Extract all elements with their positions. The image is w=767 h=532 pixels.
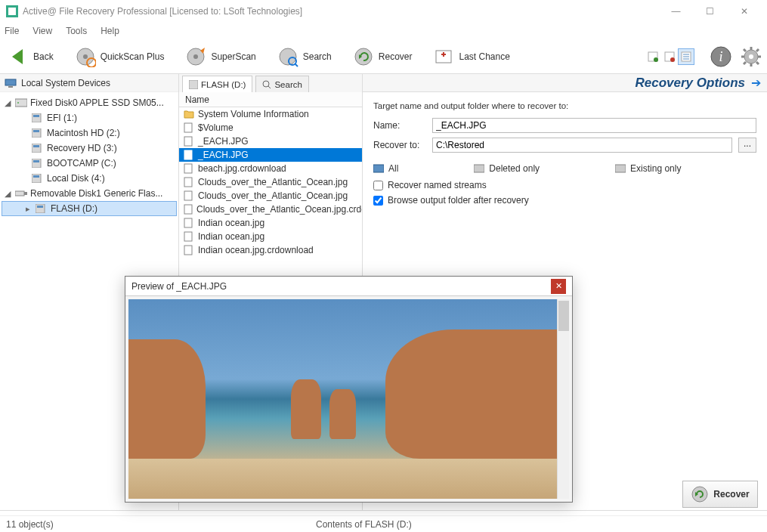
- svg-rect-37: [8, 86, 13, 88]
- disk-search-icon: [277, 46, 298, 67]
- named-streams-checkbox[interactable]: [373, 181, 383, 190]
- svg-line-32: [744, 49, 746, 51]
- file-row[interactable]: $Volume: [179, 121, 362, 135]
- svg-rect-53: [37, 206, 43, 208]
- maximize-button[interactable]: ☐: [693, 1, 727, 22]
- file-row[interactable]: Indian ocean.jpg: [179, 216, 362, 230]
- file-row[interactable]: beach.jpg.crdownload: [179, 162, 362, 175]
- file-row[interactable]: _EACH.JPG: [179, 148, 362, 162]
- volume-icon: [36, 204, 48, 213]
- menu-file[interactable]: File: [5, 26, 19, 36]
- tree-volume[interactable]: EFI (1:): [2, 110, 177, 125]
- name-label: Name:: [373, 120, 426, 131]
- svg-line-35: [756, 49, 759, 51]
- view-mode-3[interactable]: [678, 48, 694, 65]
- superscan-button[interactable]: SuperScan: [182, 43, 258, 70]
- file-name: _EACH.JPG: [198, 150, 249, 160]
- recovery-options-title: Recovery Options: [636, 76, 746, 91]
- menu-help[interactable]: Help: [101, 26, 119, 36]
- disk-recover-icon: [353, 46, 374, 67]
- menubar: File View Tools Help: [0, 23, 767, 39]
- svg-rect-44: [32, 144, 41, 153]
- svg-rect-15: [443, 52, 444, 57]
- search-button[interactable]: Search: [274, 43, 335, 70]
- info-icon[interactable]: i: [710, 45, 732, 68]
- tree-label: Removable Disk1 Generic Flas...: [30, 188, 162, 199]
- recoverto-input[interactable]: [432, 138, 732, 153]
- svg-rect-50: [15, 191, 24, 196]
- svg-rect-59: [184, 150, 192, 159]
- close-button[interactable]: ✕: [727, 1, 761, 22]
- file-row[interactable]: _EACH.JPG: [179, 135, 362, 148]
- file-icon: [184, 163, 194, 174]
- recover-action-button[interactable]: Recover: [682, 481, 758, 508]
- file-name: Clouds_over_the_Atlantic_Ocean.jpg.crdow…: [196, 204, 362, 215]
- lastchance-button[interactable]: Last Chance: [430, 43, 512, 70]
- tree-volume[interactable]: Local Disk (4:): [2, 171, 177, 186]
- hdd-icon: [15, 98, 27, 107]
- view-mode-2[interactable]: [661, 48, 678, 65]
- disk-superscan-icon: [185, 46, 206, 67]
- tree-label: Fixed Disk0 APPLE SSD SM05...: [30, 97, 164, 108]
- radio-all-icon[interactable]: [373, 164, 384, 173]
- menu-view[interactable]: View: [32, 26, 52, 36]
- browse-button[interactable]: ...: [738, 138, 756, 153]
- settings-icon[interactable]: [740, 45, 762, 68]
- file-row[interactable]: Clouds_over_the_Atlantic_Ocean.jpg.crdow…: [179, 203, 362, 216]
- menu-tools[interactable]: Tools: [66, 26, 87, 36]
- recover-button[interactable]: Recover: [350, 43, 416, 70]
- svg-point-27: [749, 54, 753, 59]
- tree-flash[interactable]: ▸ FLASH (D:): [2, 201, 177, 216]
- collapse-icon[interactable]: ◢: [3, 189, 12, 199]
- tab-flash[interactable]: FLASH (D:): [182, 76, 252, 92]
- radio-existing-label[interactable]: Existing only: [630, 163, 681, 174]
- disk-scan-icon: [75, 46, 96, 67]
- minimize-button[interactable]: ―: [659, 1, 693, 22]
- recover-btn-label: Recover: [713, 489, 749, 500]
- name-input[interactable]: [432, 118, 756, 133]
- tree-disk0[interactable]: ◢ Fixed Disk0 APPLE SSD SM05...: [2, 95, 177, 110]
- svg-rect-60: [184, 164, 192, 173]
- tree-volume[interactable]: BOOTCAMP (C:): [2, 156, 177, 171]
- svg-point-55: [263, 81, 269, 87]
- svg-point-70: [692, 487, 707, 502]
- back-button[interactable]: Back: [5, 43, 57, 70]
- tree-disk1[interactable]: ◢ Removable Disk1 Generic Flas...: [2, 186, 177, 201]
- radio-all-label[interactable]: All: [388, 163, 398, 174]
- svg-line-10: [295, 63, 298, 66]
- file-icon: [184, 218, 194, 228]
- svg-point-7: [193, 54, 198, 59]
- svg-rect-58: [184, 137, 192, 146]
- status-path: Contents of FLASH (D:): [316, 519, 412, 530]
- svg-rect-65: [184, 232, 192, 241]
- radio-existing-icon[interactable]: [615, 164, 626, 173]
- radio-deleted-icon[interactable]: [474, 164, 484, 173]
- file-row[interactable]: System Volume Information: [179, 107, 362, 121]
- tree-volume[interactable]: Macintosh HD (2:): [2, 125, 177, 141]
- radio-deleted-label[interactable]: Deleted only: [489, 163, 540, 174]
- recover-label: Recover: [379, 51, 413, 62]
- column-header-name[interactable]: Name: [179, 92, 362, 107]
- file-row[interactable]: Clouds_over_the_Atlantic_Ocean.jpg: [179, 175, 362, 189]
- file-row[interactable]: Clouds_over_the_Atlantic_Ocean.jpg: [179, 189, 362, 203]
- file-row[interactable]: Indian ocean.jpg: [179, 230, 362, 243]
- preview-close-button[interactable]: ✕: [551, 279, 566, 294]
- file-icon: [184, 150, 194, 160]
- volume-icon: [32, 113, 44, 122]
- forward-icon[interactable]: ➔: [751, 76, 761, 90]
- preview-scrollbar[interactable]: [557, 299, 569, 499]
- svg-rect-68: [474, 165, 484, 172]
- quickscan-button[interactable]: QuickScan Plus: [72, 43, 168, 70]
- file-row[interactable]: Indian ocean.jpg.crdownload: [179, 243, 362, 257]
- file-icon: [184, 177, 194, 187]
- svg-rect-51: [24, 192, 27, 195]
- expand-icon[interactable]: ▸: [23, 204, 32, 214]
- view-mode-1[interactable]: [645, 48, 661, 65]
- browse-after-checkbox[interactable]: [373, 196, 383, 206]
- back-label: Back: [33, 51, 54, 62]
- svg-line-56: [268, 86, 271, 88]
- collapse-icon[interactable]: ◢: [3, 98, 12, 108]
- tab-search[interactable]: Search: [255, 76, 308, 92]
- svg-rect-57: [184, 123, 192, 132]
- tree-volume[interactable]: Recovery HD (3:): [2, 141, 177, 156]
